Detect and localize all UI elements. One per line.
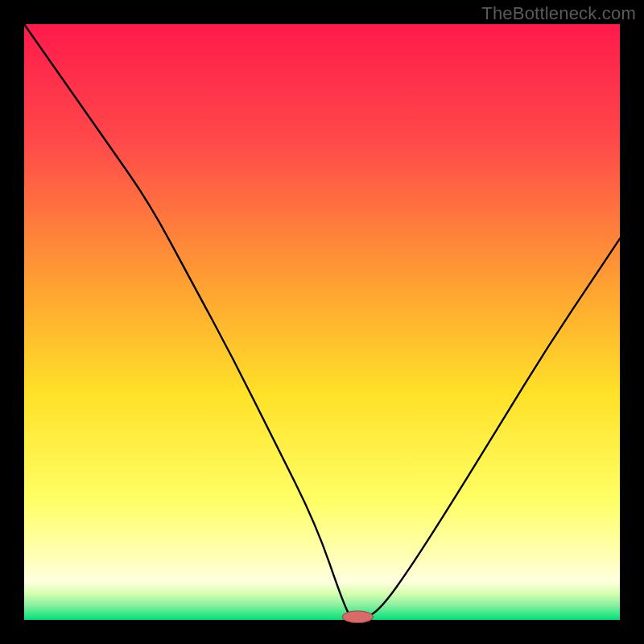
watermark-text: TheBottleneck.com <box>481 3 636 24</box>
bottleneck-chart <box>0 0 644 644</box>
optimal-marker <box>342 611 373 623</box>
chart-frame: { "watermark": "TheBottleneck.com", "col… <box>0 0 644 644</box>
plot-background <box>24 24 620 620</box>
